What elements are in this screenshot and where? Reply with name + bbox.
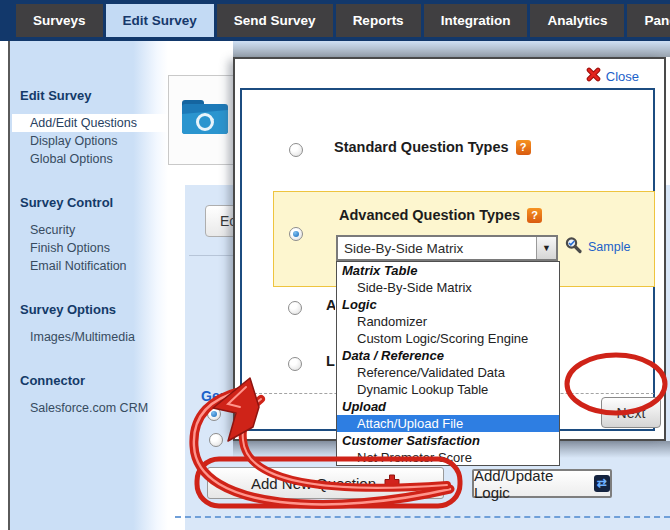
sidebar-item-security[interactable]: Security	[10, 221, 168, 239]
survey-folder-refresh-icon[interactable]	[179, 94, 231, 144]
dropdown-item-custom-logic-scoring-engine[interactable]: Custom Logic/Scoring Engine	[337, 330, 559, 347]
add-question-modal: Close Standard Question Types ? Advanced…	[233, 57, 666, 441]
standard-question-types-label: Standard Question Types	[334, 139, 509, 155]
dropdown-group-data-reference[interactable]: Data / Reference	[337, 347, 559, 364]
help-icon[interactable]: ?	[516, 140, 531, 155]
question-type-dropdown-list: Matrix TableSide-By-Side MatrixLogicRand…	[336, 261, 560, 466]
help-icon[interactable]: ?	[527, 208, 542, 223]
sidebar-item-global-options[interactable]: Global Options	[10, 150, 168, 168]
sidebar-header-edit-survey: Edit Survey	[10, 87, 168, 106]
dropdown-item-attach-upload-file[interactable]: Attach/Upload File	[337, 415, 559, 432]
tab-edit-survey[interactable]: Edit Survey	[106, 4, 214, 37]
dropdown-group-upload[interactable]: Upload	[337, 398, 559, 415]
add-new-question-button[interactable]: Add New Question	[207, 467, 444, 499]
hidden-option-label-a: A	[326, 297, 335, 313]
dropdown-item-randomizer[interactable]: Randomizer	[337, 313, 559, 330]
tab-send-survey[interactable]: Send Survey	[217, 4, 333, 37]
sample-link[interactable]: Sample	[564, 236, 630, 258]
dropdown-item-dynamic-lookup-table[interactable]: Dynamic Lookup Table	[337, 381, 559, 398]
hidden-option-radio-a[interactable]	[288, 301, 302, 315]
sidebar: Edit SurveyAdd/Edit QuestionsDisplay Opt…	[8, 41, 168, 530]
close-label: Close	[606, 69, 639, 84]
sample-label: Sample	[588, 240, 630, 254]
select-dropdown-arrow[interactable]: ▼	[536, 237, 556, 259]
advanced-question-types-radio[interactable]	[289, 227, 303, 241]
add-update-logic-button[interactable]: Add/Update Logic ⇄	[472, 469, 612, 498]
add-update-logic-label: Add/Update Logic	[474, 467, 587, 501]
top-nav: SurveysEdit SurveySend SurveyReportsInte…	[0, 0, 670, 41]
magnifier-icon	[564, 236, 583, 258]
sidebar-item-email-notification[interactable]: Email Notification	[10, 257, 168, 275]
dropdown-group-matrix-table[interactable]: Matrix Table	[337, 262, 559, 279]
next-button[interactable]: Next	[601, 397, 661, 428]
general-section-label: Gen	[201, 388, 228, 404]
page: SurveysEdit SurveySend SurveyReportsInte…	[0, 0, 670, 530]
sidebar-header-survey-options: Survey Options	[10, 301, 168, 320]
background-radio-unselected[interactable]	[209, 433, 223, 447]
tab-panels[interactable]: Panels	[627, 4, 670, 37]
close-icon	[586, 67, 601, 86]
dropdown-group-customer-satisfaction[interactable]: Customer Satisfaction	[337, 432, 559, 449]
advanced-question-types-label: Advanced Question Types	[339, 207, 520, 223]
dropdown-item-side-by-side-matrix[interactable]: Side-By-Side Matrix	[337, 279, 559, 296]
tab-reports[interactable]: Reports	[336, 4, 421, 37]
standard-question-types-radio[interactable]	[289, 143, 303, 157]
dropdown-item-net-promoter-score[interactable]: Net Promoter Score	[337, 449, 559, 466]
logic-icon: ⇄	[594, 475, 610, 492]
modal-shadow-top	[233, 41, 670, 57]
plus-icon	[384, 474, 400, 493]
add-new-question-label: Add New Question	[251, 475, 376, 492]
question-type-select[interactable]: Side-By-Side Matrix ▼	[336, 235, 558, 261]
close-button[interactable]: Close	[586, 67, 639, 86]
tab-analytics[interactable]: Analytics	[530, 4, 624, 37]
modal-inner-frame: Standard Question Types ? Advanced Quest…	[240, 88, 655, 431]
hidden-option-label-l: L	[326, 353, 335, 369]
dropdown-item-reference-validated-data[interactable]: Reference/Validated Data	[337, 364, 559, 381]
sidebar-item-images-multimedia[interactable]: Images/Multimedia	[10, 328, 168, 346]
sidebar-header-survey-control: Survey Control	[10, 194, 168, 213]
tab-integration[interactable]: Integration	[424, 4, 528, 37]
question-type-select-value: Side-By-Side Matrix	[338, 241, 536, 256]
sidebar-item-finish-options[interactable]: Finish Options	[10, 239, 168, 257]
nav-tab-bar: SurveysEdit SurveySend SurveyReportsInte…	[16, 4, 670, 37]
hidden-option-radio-l[interactable]	[288, 357, 302, 371]
sidebar-item-salesforce-com-crm[interactable]: Salesforce.com CRM	[10, 399, 168, 417]
tab-surveys[interactable]: Surveys	[16, 4, 103, 37]
sidebar-item-display-options[interactable]: Display Options	[10, 132, 168, 150]
background-radio-selected[interactable]	[207, 407, 221, 421]
sidebar-item-add-edit-questions[interactable]: Add/Edit Questions	[12, 114, 168, 132]
sidebar-header-connector: Connector	[10, 372, 168, 391]
dropdown-group-logic[interactable]: Logic	[337, 296, 559, 313]
section-dashed-divider	[175, 516, 670, 518]
